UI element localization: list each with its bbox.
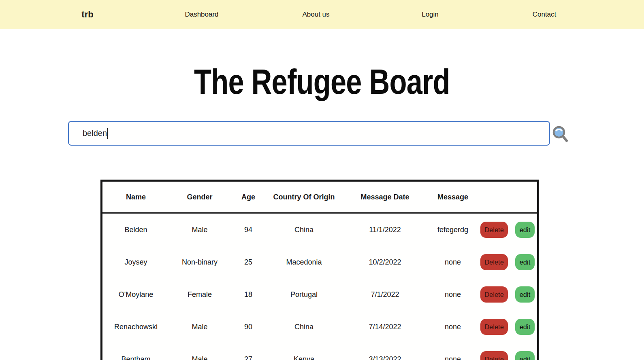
- table-row: O'Moylane Female 18 Portugal 7/1/2022 no…: [102, 278, 537, 311]
- table-row: Renachowski Male 90 China 7/14/2022 none…: [102, 311, 537, 343]
- delete-button[interactable]: Delete: [480, 286, 508, 303]
- cell-age: 25: [230, 258, 267, 267]
- brand-logo[interactable]: trb: [30, 9, 145, 20]
- nav-item-dashboard[interactable]: Dashboard: [145, 11, 259, 19]
- cell-message: none: [429, 323, 477, 331]
- delete-button[interactable]: Delete: [480, 351, 508, 360]
- cell-message-date: 11/1/2022: [341, 226, 429, 234]
- edit-button[interactable]: edit: [515, 319, 535, 335]
- cell-gender: Female: [169, 290, 230, 299]
- cell-message-date: 7/14/2022: [341, 323, 429, 331]
- cell-name: Belden: [102, 226, 169, 234]
- nav-item-login[interactable]: Login: [373, 11, 487, 19]
- cell-name: O'Moylane: [102, 290, 169, 299]
- table-row: Joysey Non-binary 25 Macedonia 10/2/2022…: [102, 246, 537, 278]
- edit-button[interactable]: edit: [515, 222, 535, 238]
- cell-message: none: [429, 290, 477, 299]
- edit-button[interactable]: edit: [515, 254, 535, 270]
- delete-button[interactable]: Delete: [480, 254, 508, 270]
- delete-button[interactable]: Delete: [480, 319, 508, 335]
- table-header-row: Name Gender Age Country Of Origin Messag…: [102, 182, 537, 214]
- cell-message-date: 7/1/2022: [341, 290, 429, 299]
- table-row: Belden Male 94 China 11/1/2022 fefegerdg…: [102, 214, 537, 246]
- cell-name: Joysey: [102, 258, 169, 267]
- table-row-clipped: Bentham Male 27 Kenya 3/13/2022 none Del…: [102, 343, 537, 360]
- cell-country: Portugal: [267, 290, 341, 299]
- search-input-value: belden: [83, 129, 107, 138]
- delete-button[interactable]: Delete: [480, 222, 508, 238]
- cell-country: China: [267, 226, 341, 234]
- cell-message-date: 3/13/2022: [341, 355, 429, 360]
- text-cursor: [107, 128, 108, 139]
- cell-gender: Male: [169, 226, 230, 234]
- cell-gender: Male: [169, 323, 230, 331]
- header-message-date: Message Date: [341, 193, 429, 201]
- cell-country: China: [267, 323, 341, 331]
- cell-gender: Non-binary: [169, 258, 230, 267]
- page-title: The Refugee Board: [0, 64, 644, 100]
- cell-message-date: 10/2/2022: [341, 258, 429, 267]
- search-input[interactable]: belden: [68, 121, 550, 146]
- cell-age: 90: [230, 323, 267, 331]
- edit-button[interactable]: edit: [515, 286, 535, 303]
- nav-item-contact[interactable]: Contact: [487, 11, 601, 19]
- header-gender: Gender: [169, 193, 230, 201]
- top-navbar: trb Dashboard About us Login Contact: [0, 0, 644, 29]
- cell-gender: Male: [169, 355, 230, 360]
- header-message: Message: [429, 193, 477, 201]
- cell-message: fefegerdg: [429, 226, 477, 234]
- nav-item-about-us[interactable]: About us: [259, 11, 373, 19]
- cell-name: Renachowski: [102, 323, 169, 331]
- cell-age: 27: [230, 355, 267, 360]
- edit-button[interactable]: edit: [515, 351, 535, 360]
- cell-country: Macedonia: [267, 258, 341, 267]
- header-country: Country Of Origin: [267, 193, 341, 201]
- cell-age: 94: [230, 226, 267, 234]
- magnifier-icon: [551, 124, 569, 145]
- header-age: Age: [230, 193, 267, 201]
- cell-message: none: [429, 355, 477, 360]
- cell-message: none: [429, 258, 477, 267]
- refugee-table: Name Gender Age Country Of Origin Messag…: [100, 180, 539, 360]
- header-name: Name: [102, 193, 169, 201]
- search-button[interactable]: [551, 124, 569, 145]
- cell-country: Kenya: [267, 355, 341, 360]
- cell-age: 18: [230, 290, 267, 299]
- cell-name: Bentham: [102, 355, 169, 360]
